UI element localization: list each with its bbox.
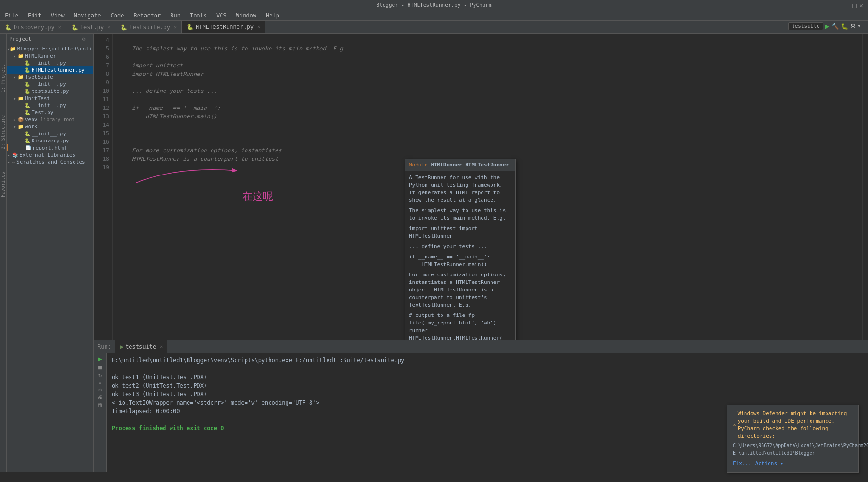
run-tab-icon: ▶ (120, 343, 123, 350)
notification-actions-link[interactable]: Actions ▾ (755, 460, 784, 467)
tree-item-discovery[interactable]: 🐍 Discovery.py (7, 137, 93, 144)
run-button[interactable]: ▶ (825, 22, 830, 31)
run-label: Run: (98, 343, 111, 350)
menu-view[interactable]: View (49, 11, 66, 20)
window-title: Blogger - HTMLTestRunner.py - PyCharm (376, 2, 491, 8)
project-label[interactable]: 1: Project (0, 62, 6, 94)
run-tab-row: Run: ▶ testsuite ✕ (94, 340, 868, 353)
run-stop-icon[interactable]: ■ (98, 364, 102, 371)
favorites-label[interactable]: Favorites (0, 170, 6, 199)
run-delete-icon[interactable]: 🗑 (98, 402, 103, 408)
notification-warning-icon: ⚠ (733, 421, 736, 429)
run-tab-testsuite[interactable]: ▶ testsuite ✕ (115, 340, 167, 353)
run-scroll-icon[interactable]: ⇩ (98, 380, 101, 385)
tooltip-popup: Module HTMLRunner.HTMLTestRunner A TestR… (405, 159, 516, 340)
structure-label[interactable]: 2: Structure (0, 113, 6, 151)
tree-item-work-init[interactable]: 🐍 __init__.py (7, 130, 93, 137)
project-tree: ▾ 📁 Blogger E:\untitled\untitled1 ▾ 📁 HT… (7, 44, 93, 472)
run-line-3: ok test3 (UnitTest.Test.PDX) (112, 390, 863, 399)
tree-item-tsetsuite-init[interactable]: 🐍 __init__.py (7, 81, 93, 88)
menu-vcs[interactable]: VCS (214, 11, 229, 20)
tree-item-unittest-init[interactable]: 🐍 __init__.py (7, 102, 93, 109)
project-title: Project (9, 36, 31, 42)
notification-path-1: C:\Users\95672\AppData\Local\JetBrains\P… (733, 442, 852, 449)
tooltip-body: A TestRunner for use with the Python uni… (405, 171, 515, 340)
right-gutter (862, 34, 868, 340)
run-config-name[interactable]: testsuite (788, 22, 823, 30)
coverage-button[interactable]: ⛾ (850, 23, 855, 29)
debug-button[interactable]: 🐛 (841, 23, 848, 30)
tree-item-unittest[interactable]: ▾ 📁 UnitTest (7, 95, 93, 102)
run-line-1: ok test1 (UnitTest.Test.PDX) (112, 373, 863, 382)
left-panel: 1: Project 2: Structure Favorites Projec… (0, 34, 94, 472)
more-options-button[interactable]: ▾ (857, 23, 860, 29)
tooltip-code-2: ... define your tests ... (409, 243, 511, 250)
notification-title: ⚠ Windows Defender might be impacting yo… (733, 410, 852, 440)
tab-discovery-close[interactable]: ✕ (58, 25, 61, 30)
tree-item-htmltestrunner[interactable]: 🐍 HTMLTestRunner.py (7, 66, 93, 74)
build-button[interactable]: 🔨 (831, 23, 839, 30)
minimize-button[interactable]: — (846, 1, 850, 9)
menu-run[interactable]: Run (168, 11, 182, 20)
menu-refactor[interactable]: Refactor (131, 11, 163, 20)
run-command-line: E:\untitled\untitled1\Blogger\venv\Scrip… (112, 356, 863, 365)
tree-item-blogger[interactable]: ▾ 📁 Blogger E:\untitled\untitled1 (7, 45, 93, 52)
window-controls[interactable]: — □ ✕ (846, 1, 863, 9)
project-settings-icon[interactable]: ⚙ (82, 36, 86, 42)
tooltip-code-4: # output to a file fp =file('my_report.h… (409, 312, 511, 340)
tree-item-scratches[interactable]: ▸ ✏ Scratches and Consoles (7, 158, 93, 166)
tab-htmltestrunner-close[interactable]: ✕ (257, 24, 260, 29)
tree-item-testsuite[interactable]: 🐍 testsuite.py (7, 88, 93, 95)
notification-fix-link[interactable]: Fix... (733, 460, 752, 467)
tree-item-tsetsuite[interactable]: ▾ 📁 TsetSuite (7, 74, 93, 81)
notification-links: Fix... Actions ▾ (733, 460, 852, 467)
run-play-icon[interactable]: ▶ (98, 355, 102, 363)
tree-item-htmlrunner-init[interactable]: 🐍 __init__.py (7, 59, 93, 66)
tooltip-code-3: if __name__ == '__main__': HTMLTestRunne… (409, 253, 511, 268)
run-print-icon[interactable]: 🖨 (98, 394, 103, 400)
run-config-toolbar: testsuite ▶ 🔨 🐛 ⛾ ▾ (786, 21, 863, 32)
menu-tools[interactable]: Tools (188, 11, 209, 20)
maximize-button[interactable]: □ (852, 1, 856, 9)
tab-htmltestrunner[interactable]: 🐍 HTMLTestRunner.py ✕ (182, 21, 265, 33)
tab-discovery-icon: 🐍 (5, 24, 12, 31)
tab-test-label: Test.py (80, 24, 104, 31)
run-rerun-icon[interactable]: ↻ (98, 372, 102, 379)
tree-item-htmlrunner[interactable]: ▾ 📁 HTMLRunner (7, 52, 93, 59)
project-collapse-icon[interactable]: − (87, 36, 90, 42)
tree-item-ext-libs[interactable]: ▸ 📚 External Libraries (7, 151, 93, 158)
menu-edit[interactable]: Edit (26, 11, 43, 20)
run-settings-icon[interactable]: ⚙ (98, 387, 102, 393)
editor-tabs: 🐍 Discovery.py ✕ 🐍 Test.py ✕ 🐍 testsuite… (0, 21, 868, 34)
run-sidebar: ▶ ■ ↻ ⇩ ⚙ 🖨 🗑 (94, 353, 107, 472)
menu-help[interactable]: Help (264, 11, 281, 20)
tooltip-header: Module HTMLRunner.HTMLTestRunner (405, 159, 515, 171)
tab-discovery[interactable]: 🐍 Discovery.py ✕ (0, 21, 66, 33)
tree-item-report-html[interactable]: 📄 report.html (7, 144, 93, 151)
tree-item-venv[interactable]: ▸ 📦 venv library root (7, 116, 93, 123)
project-header: Project ⚙ − (7, 34, 93, 44)
menu-navigate[interactable]: Navigate (72, 11, 103, 20)
menu-code[interactable]: Code (109, 11, 126, 20)
project-panel: Project ⚙ − ▾ 📁 Blogger E:\untitled\unti… (7, 34, 94, 472)
run-tab-close[interactable]: ✕ (160, 344, 163, 349)
tooltip-line-3: For more customization options, instanti… (409, 271, 511, 309)
run-line-2: ok test2 (UnitTest.Test.PDX) (112, 382, 863, 390)
tooltip-line-2: The simplest way to use this is to invok… (409, 207, 511, 222)
tree-item-test-py[interactable]: 🐍 Test.py (7, 109, 93, 116)
tab-testsuite[interactable]: 🐍 testsuite.py ✕ (115, 21, 182, 33)
close-button[interactable]: ✕ (860, 1, 863, 9)
menu-file[interactable]: File (3, 11, 20, 20)
tooltip-code-1: import unittest import HTMLTestRunner (409, 225, 511, 240)
tab-testsuite-close[interactable]: ✕ (174, 25, 177, 30)
tab-test-icon: 🐍 (71, 24, 78, 31)
code-editor[interactable]: 4 5 6 7 8 9 10 11 12 13 14 15 16 17 18 1… (94, 34, 868, 340)
notification-text: Windows Defender might be impacting your… (738, 410, 852, 440)
tab-test[interactable]: 🐍 Test.py ✕ (66, 21, 116, 33)
tab-test-close[interactable]: ✕ (107, 25, 110, 30)
tab-testsuite-label: testsuite.py (129, 24, 170, 31)
tab-discovery-label: Discovery.py (14, 24, 55, 31)
tree-item-work[interactable]: ▾ 📁 work (7, 123, 93, 130)
run-tab-label: testsuite (125, 343, 156, 350)
menu-window[interactable]: Window (234, 11, 258, 20)
